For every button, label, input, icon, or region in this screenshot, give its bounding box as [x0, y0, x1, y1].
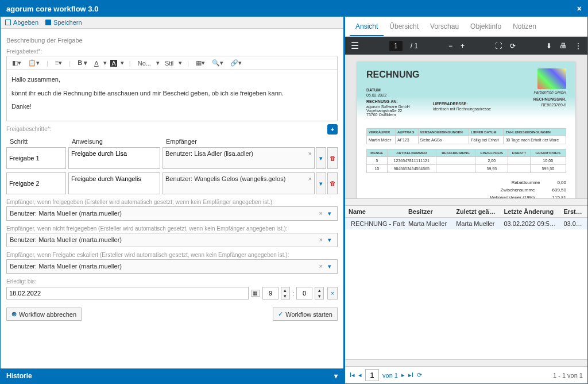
tab-uebersicht[interactable]: Übersicht — [384, 17, 424, 36]
bgcolor-icon[interactable]: A — [110, 60, 117, 67]
file-list: Name Besitzer Zuletzt geändert dur Letzt… — [345, 205, 587, 229]
col-name[interactable]: Name — [345, 206, 405, 217]
file-row[interactable]: RECHNUNG - Farbenfr... Marta Mueller Mar… — [345, 218, 587, 229]
recipient-rejected-field[interactable]: Benutzer: Marta Mueller (marta.mueller)×… — [6, 233, 338, 247]
more-icon[interactable]: ⋮ — [575, 42, 582, 50]
format-select[interactable]: No... — [136, 59, 153, 67]
chevron-down-icon[interactable]: ▾ — [325, 210, 334, 217]
chevron-down-icon[interactable]: ▾ — [325, 236, 334, 244]
window-titlebar: agorum core workflow 3.0 × — [1, 1, 587, 17]
step-instruction-input[interactable] — [68, 147, 160, 169]
start-workflow-button[interactable]: ✓Workflow starten — [273, 308, 338, 321]
order-info-table: VERKÄUFERAUFTRAGVERSANDBEDINGUNGENLIEFER… — [366, 128, 566, 144]
clear-icon[interactable]: × — [308, 175, 312, 182]
cancel-icon: ⊗ — [11, 310, 17, 318]
chevron-down-icon[interactable]: ▾ — [316, 147, 326, 169]
col-created[interactable]: Erstelld — [560, 206, 587, 217]
zoom-in-icon[interactable]: + — [461, 42, 465, 50]
page-input[interactable] — [365, 369, 379, 381]
page-total: / 1 — [411, 42, 418, 50]
pdf-toolbar: ☰ 1 / 1 − + ⛶ ⟳ ⬇ 🖶 ⋮ — [345, 37, 587, 55]
tab-ansicht[interactable]: Ansicht — [350, 17, 384, 36]
freigabeschritte-label: Freigabeschritte*: — [6, 126, 338, 132]
underline-icon[interactable]: A — [92, 59, 100, 67]
paste-icon[interactable]: 📋▾ — [26, 59, 41, 67]
menu-icon[interactable]: ☰ — [351, 40, 359, 51]
section-title: Beschreibung der Freigabe — [6, 37, 338, 44]
save-button[interactable]: Speichern — [45, 19, 82, 26]
due-date-label: Erledigt bis: — [6, 278, 338, 285]
company-logo — [537, 68, 566, 89]
steps-header: Schritt Anweisung Empfänger — [6, 136, 338, 147]
chevron-down-icon[interactable]: ▾ — [316, 172, 326, 194]
print-icon[interactable]: 🖶 — [560, 42, 567, 50]
step-name-input[interactable] — [6, 172, 66, 194]
last-page-icon[interactable]: ▸I — [408, 371, 413, 379]
prev-page-icon[interactable]: ◂ — [358, 371, 362, 379]
close-icon[interactable]: × — [577, 4, 582, 13]
step-instruction-input[interactable] — [68, 172, 160, 194]
page-input[interactable]: 1 — [389, 41, 403, 51]
form-toolbar: Abgeben Speichern — [1, 17, 343, 29]
horizontal-scrollbar[interactable] — [345, 198, 587, 205]
clear-date-icon[interactable]: × — [327, 287, 338, 299]
refresh-icon[interactable]: ⟳ — [417, 371, 422, 379]
clear-icon[interactable]: × — [308, 150, 312, 157]
step-row: Benutzer: Wangelis Gelos (wangelis.gelos… — [6, 172, 338, 194]
submit-icon — [5, 20, 11, 25]
source-icon[interactable]: ◧▾ — [10, 59, 23, 67]
due-date-input[interactable] — [6, 287, 249, 299]
add-step-button[interactable]: + — [327, 124, 338, 135]
due-minute-input[interactable] — [296, 287, 312, 299]
zoom-out-icon[interactable]: − — [448, 42, 452, 50]
chevron-down-icon[interactable]: ▾ — [325, 263, 334, 270]
tab-vorschau[interactable]: Vorschau — [424, 17, 465, 36]
richtext-editor[interactable]: Hallo zusammen, könnt ihr euch die Rechn… — [6, 70, 338, 121]
clear-icon[interactable]: × — [319, 210, 323, 217]
list-icon[interactable]: ≡▾ — [53, 59, 64, 67]
delete-step-icon[interactable]: 🗑 — [327, 147, 338, 169]
invoice-totals: Rabattsumme0,00 Zwischensumme609,50 Mehr… — [366, 179, 566, 198]
clear-icon[interactable]: × — [319, 263, 323, 270]
download-icon[interactable]: ⬇ — [546, 42, 552, 50]
col-modified-date[interactable]: Letzte Änderung — [500, 206, 560, 217]
recipient-escalated-label: Empfänger, wenn Freigabe eskaliert (Erst… — [6, 252, 338, 258]
recipient-approved-label: Empfänger, wenn freigegeben (Ersteller w… — [6, 199, 338, 205]
recipient-escalated-field[interactable]: Benutzer: Marta Mueller (marta.mueller)×… — [6, 259, 338, 274]
line-items-table: MENGEARTIKELNUMMERBESCHREIBUNGEINZELPREI… — [366, 149, 566, 173]
search-icon[interactable]: 🔍▾ — [210, 59, 225, 67]
cancel-workflow-button[interactable]: ⊗Workflow abbrechen — [6, 308, 82, 321]
horizontal-scrollbar[interactable] — [345, 359, 587, 366]
style-select[interactable]: Stil — [163, 59, 175, 67]
step-row: Benutzer: Lisa Adler (lisa.adler)× ▾ 🗑 — [6, 147, 338, 169]
link-icon[interactable]: 🔗▾ — [229, 59, 243, 67]
submit-button[interactable]: Abgeben — [5, 19, 38, 26]
step-recipient-field[interactable]: Benutzer: Wangelis Gelos (wangelis.gelos… — [163, 172, 315, 194]
next-page-icon[interactable]: ▸ — [401, 371, 405, 379]
chevron-down-icon: ▾ — [334, 372, 338, 380]
table-icon[interactable]: ▦▾ — [194, 59, 207, 67]
recipient-rejected-label: Empfänger, wenn nicht freigegeben (Erste… — [6, 225, 338, 232]
hour-spinner[interactable]: ▴▾ — [281, 287, 290, 299]
window-title: agorum core workflow 3.0 — [6, 5, 98, 13]
col-modified-by[interactable]: Zuletzt geändert dur — [452, 206, 500, 217]
save-icon — [45, 20, 51, 25]
historie-bar[interactable]: Historie ▾ — [1, 368, 343, 383]
col-owner[interactable]: Besitzer — [405, 206, 452, 217]
minute-spinner[interactable]: ▴▾ — [315, 287, 324, 299]
first-page-icon[interactable]: I◂ — [350, 371, 355, 379]
due-hour-input[interactable] — [262, 287, 278, 299]
pdf-preview[interactable]: RECHNUNG Farbenfroh GmbH RECHNUNGSNR. RE… — [345, 55, 587, 198]
rotate-icon[interactable]: ⟳ — [510, 42, 516, 50]
tab-notizen[interactable]: Notizen — [507, 17, 542, 36]
delete-step-icon[interactable]: 🗑 — [327, 172, 338, 194]
clear-icon[interactable]: × — [319, 236, 323, 244]
tab-objektinfo[interactable]: Objektinfo — [465, 17, 507, 36]
step-recipient-field[interactable]: Benutzer: Lisa Adler (lisa.adler)× — [163, 147, 315, 169]
fit-icon[interactable]: ⛶ — [495, 42, 502, 50]
check-icon: ✓ — [278, 310, 283, 318]
recipient-approved-field[interactable]: Benutzer: Marta Mueller (marta.mueller)×… — [6, 206, 338, 221]
calendar-icon[interactable]: ▦ — [251, 290, 260, 297]
step-name-input[interactable] — [6, 147, 66, 169]
bold-icon[interactable]: B ▾ — [76, 59, 89, 67]
